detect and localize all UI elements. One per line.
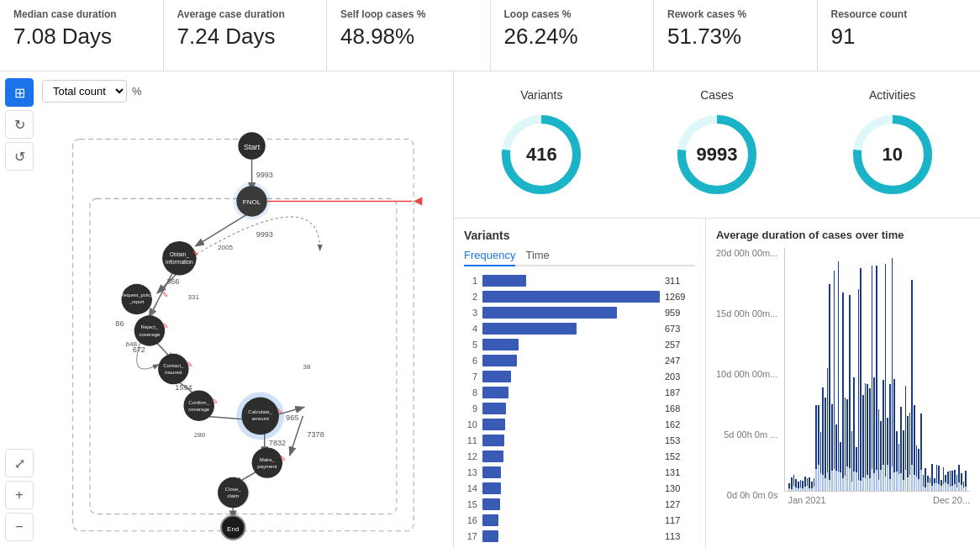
bar-dark [873,377,875,473]
list-item[interactable]: 5 257 [464,339,695,350]
bar-dark [914,405,915,475]
bar-light [849,468,851,491]
bar-dark [860,268,861,481]
svg-text:280: 280 [194,431,206,439]
bar-col [936,251,938,491]
bar-col [920,251,922,491]
tab-frequency[interactable]: Frequency [464,249,515,266]
variant-count: 673 [665,324,695,334]
bar-light [965,487,967,491]
list-item[interactable]: 11 153 [464,435,695,446]
variants-list[interactable]: 1 311 2 1269 3 959 4 673 5 257 6 247 [464,275,695,546]
svg-text:✎: ✎ [162,322,169,330]
list-item[interactable]: 17 113 [464,530,695,542]
toolbar-refresh-ccw-btn[interactable]: ↺ [5,142,34,171]
variant-bar [482,419,660,430]
expand-btn[interactable]: ⤢ [5,449,34,477]
bar-dark [900,407,902,474]
bar-dark [883,380,884,465]
list-item[interactable]: 9 168 [464,403,695,414]
list-item[interactable]: 3 959 [464,307,695,319]
bar-dark [862,395,864,477]
bar-col [878,251,880,491]
bar-light [835,471,837,491]
bar-light [804,487,806,491]
variant-count: 1269 [665,292,695,302]
bar-dark [820,432,822,473]
bar-light [840,472,841,491]
list-item[interactable]: 2 1269 [464,291,695,303]
bar-light [872,469,873,491]
variant-count: 257 [665,340,695,350]
bar-dark [956,475,958,487]
bar-light [940,486,942,491]
bar-light [909,475,911,491]
list-item[interactable]: 14 130 [464,482,695,494]
bar-dark [947,472,949,484]
tab-time[interactable]: Time [525,249,549,265]
bar-dark [958,465,960,482]
list-item[interactable]: 4 673 [464,323,695,335]
bar-col [814,251,815,491]
svg-text:9993: 9993 [256,230,273,239]
bar-dark [927,476,929,482]
bar-light [867,475,868,491]
bar-col [851,251,853,491]
bottom-toolbar: ⤢ + − [5,449,34,541]
svg-text:Reject_: Reject_ [141,324,159,329]
svg-text:331: 331 [188,293,200,301]
variant-number: 10 [464,419,477,429]
bar-col [918,251,919,491]
zoom-in-btn[interactable]: + [5,481,34,509]
bar-dark [963,482,965,487]
bar-light [920,470,922,491]
bar-dark [846,399,848,466]
bar-dark [954,470,956,484]
bar-dark [903,430,904,479]
bar-col [951,251,953,491]
variant-bar [482,387,660,398]
toolbar-refresh-cw-btn[interactable]: ↻ [5,110,34,139]
bar-col [873,251,875,491]
variant-bar [482,403,660,414]
variant-count: 117 [665,515,695,525]
variant-number: 16 [464,515,477,525]
list-item[interactable]: 10 162 [464,419,695,430]
list-item[interactable]: 12 152 [464,451,695,462]
bar-col [840,251,841,491]
bar-light [961,485,962,491]
variant-bar [482,498,660,510]
bar-dark [865,383,867,478]
svg-text:FNOL: FNOL [243,198,261,206]
list-item[interactable]: 1 311 [464,275,695,287]
toolbar-grid-btn[interactable]: ⊞ [5,78,34,107]
svg-marker-70 [414,197,422,205]
variant-number: 11 [464,435,477,445]
bar-dark [911,280,913,466]
bar-dark [815,405,817,469]
metric-value-loop-cases: 26.24% [504,24,640,50]
list-item[interactable]: 6 247 [464,355,695,366]
zoom-out-btn[interactable]: − [5,513,34,541]
bar-col [954,251,956,491]
svg-text:Close_: Close_ [225,486,242,492]
bar-dark [867,384,868,475]
metric-dropdown[interactable]: Total count [42,80,127,103]
chart-y-label: 10d 00h 00m... [716,369,777,379]
bar-dark [795,479,797,487]
variant-bar [482,435,660,446]
bar-dark [831,404,833,472]
list-item[interactable]: 8 187 [464,387,695,398]
bar-light [925,487,926,491]
bar-dark [811,482,813,487]
svg-text:965: 965 [286,414,298,422]
list-item[interactable]: 7 203 [464,371,695,382]
variant-number: 2 [464,292,477,302]
bar-light [876,470,877,491]
bar-dark [898,444,900,474]
bar-col [829,251,830,491]
list-item[interactable]: 16 117 [464,514,695,526]
list-item[interactable]: 15 127 [464,498,695,510]
list-item[interactable]: 13 131 [464,466,695,478]
bar-light [885,477,887,491]
